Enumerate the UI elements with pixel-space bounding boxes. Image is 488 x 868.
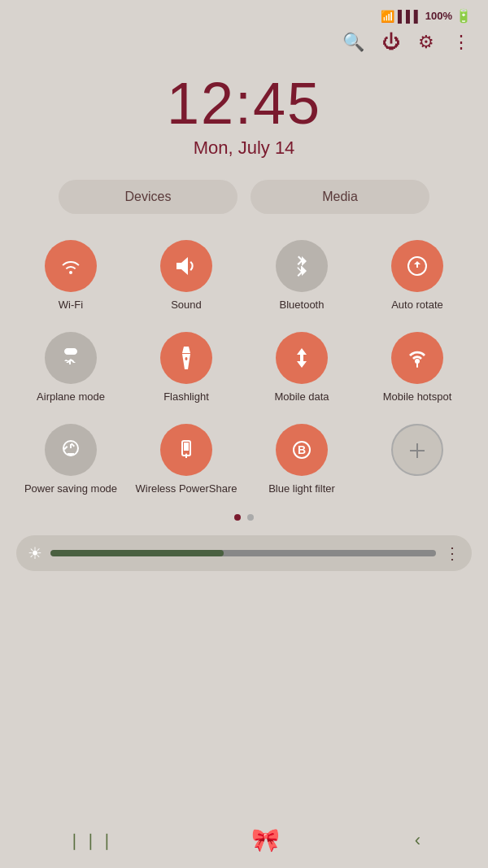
qs-hotspot[interactable]: Mobile hotspot	[359, 324, 475, 416]
qs-flashlight[interactable]: Flashlight	[129, 324, 244, 416]
flashlight-label: Flashlight	[163, 390, 209, 404]
bluelight-label: Blue light filter	[268, 482, 335, 496]
qs-airplane[interactable]: Airplane mode	[13, 324, 129, 416]
qs-bluetooth[interactable]: Bluetooth	[244, 232, 359, 324]
brightness-more-icon[interactable]: ⋮	[444, 543, 460, 563]
battery-text: 100%	[425, 10, 452, 22]
hotspot-label: Mobile hotspot	[383, 390, 452, 404]
qs-powersaving[interactable]: Power saving mode	[13, 416, 129, 508]
clock-date: Mon, July 14	[0, 137, 488, 159]
svg-text:B: B	[298, 443, 306, 456]
bluetooth-label: Bluetooth	[280, 299, 325, 312]
qs-wirelesspowershare[interactable]: Wireless PowerShare	[129, 416, 244, 508]
brightness-track[interactable]	[50, 550, 436, 556]
hotspot-icon-circle	[391, 332, 443, 384]
more-icon[interactable]: ⋮	[452, 32, 470, 53]
autorotate-icon-circle	[391, 240, 443, 292]
clock-time: 12:45	[0, 74, 488, 133]
brightness-row[interactable]: ☀ ⋮	[16, 535, 472, 571]
qs-mobiledata[interactable]: Mobile data	[244, 324, 359, 416]
wirelesspowershare-label: Wireless PowerShare	[136, 482, 237, 496]
powersaving-label: Power saving mode	[24, 482, 117, 496]
tab-row: Devices Media	[0, 165, 488, 224]
recents-icon[interactable]: ❘❘❘	[68, 831, 116, 850]
status-icons: 📶 ▌▌▌ 100% 🔋	[381, 8, 472, 24]
bluelight-icon-circle: B	[276, 424, 328, 476]
airplane-icon-circle	[45, 332, 97, 384]
brightness-icon: ☀	[28, 543, 42, 563]
sound-icon-circle	[160, 240, 212, 292]
wifi-signal-icon: 📶	[381, 10, 394, 23]
settings-icon[interactable]: ⚙	[418, 32, 434, 53]
mobiledata-icon-circle	[276, 332, 328, 384]
add-icon-circle	[391, 424, 443, 476]
status-bar: 📶 ▌▌▌ 100% 🔋	[0, 0, 488, 28]
wifi-label: Wi-Fi	[59, 299, 83, 312]
autorotate-label: Auto rotate	[391, 299, 443, 312]
clock-area: 12:45 Mon, July 14	[0, 61, 488, 165]
qs-wifi[interactable]: Wi-Fi	[13, 232, 129, 324]
page-dots	[0, 511, 488, 529]
search-icon[interactable]: 🔍	[342, 32, 364, 53]
back-icon[interactable]: ‹	[415, 830, 420, 851]
media-tab[interactable]: Media	[251, 180, 429, 214]
wifi-icon-circle	[45, 240, 97, 292]
powersaving-icon-circle	[45, 424, 97, 476]
qs-bluelight[interactable]: B Blue light filter	[244, 416, 359, 508]
bottom-nav: ❘❘❘ 🎀 ‹	[0, 815, 488, 868]
power-icon[interactable]: ⏻	[382, 32, 400, 53]
brightness-fill	[50, 550, 224, 556]
wirelesspowershare-icon-circle	[160, 424, 212, 476]
bluetooth-icon-circle	[276, 240, 328, 292]
sound-label: Sound	[171, 299, 202, 312]
qs-sound[interactable]: Sound	[129, 232, 244, 324]
flashlight-icon-circle	[160, 332, 212, 384]
home-bow-icon[interactable]: 🎀	[251, 827, 280, 853]
dot-1	[234, 514, 241, 521]
quick-settings-grid: Wi-Fi Sound Bluetooth Auto rotate	[0, 224, 488, 511]
action-bar: 🔍 ⏻ ⚙ ⋮	[0, 28, 488, 61]
signal-bars-icon: ▌▌▌	[398, 10, 422, 23]
svg-rect-3	[184, 443, 189, 451]
dot-2	[247, 514, 254, 521]
battery-icon: 🔋	[455, 8, 472, 24]
qs-add[interactable]	[359, 416, 475, 508]
devices-tab[interactable]: Devices	[59, 180, 237, 214]
airplane-label: Airplane mode	[37, 390, 105, 404]
qs-autorotate[interactable]: Auto rotate	[359, 232, 475, 324]
mobiledata-label: Mobile data	[274, 390, 329, 404]
svg-rect-1	[416, 363, 418, 368]
